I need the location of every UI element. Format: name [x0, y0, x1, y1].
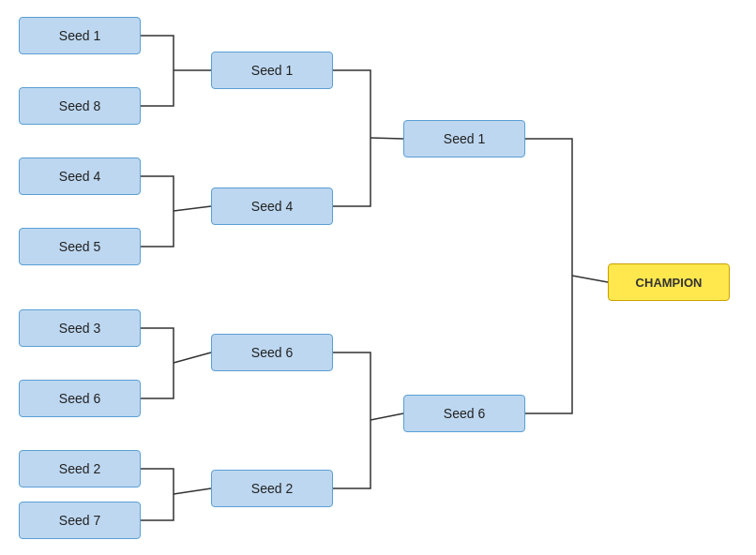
seed-r2-4[interactable]: Seed 2	[211, 470, 333, 507]
svg-line-6	[572, 276, 608, 282]
champion-box[interactable]: CHAMPION	[608, 263, 730, 301]
seed-r2-2[interactable]: Seed 4	[211, 188, 333, 225]
seed-r3-2[interactable]: Seed 6	[403, 395, 525, 432]
seed-r1-4[interactable]: Seed 5	[19, 228, 141, 265]
svg-line-3	[174, 488, 211, 494]
seed-r1-2[interactable]: Seed 8	[19, 87, 141, 125]
seed-r1-6[interactable]: Seed 6	[19, 380, 141, 417]
svg-line-4	[370, 138, 403, 139]
seed-r1-5[interactable]: Seed 3	[19, 309, 141, 347]
svg-line-2	[174, 352, 211, 363]
seed-r3-1[interactable]: Seed 1	[403, 120, 525, 158]
seed-r1-8[interactable]: Seed 7	[19, 502, 141, 539]
bracket-container: Seed 1 Seed 8 Seed 4 Seed 5 Seed 3 Seed …	[0, 0, 756, 555]
svg-line-1	[174, 206, 211, 211]
svg-line-5	[370, 413, 403, 420]
seed-r1-3[interactable]: Seed 4	[19, 158, 141, 195]
seed-r2-3[interactable]: Seed 6	[211, 334, 333, 371]
seed-r2-1[interactable]: Seed 1	[211, 52, 333, 89]
seed-r1-1[interactable]: Seed 1	[19, 17, 141, 54]
seed-r1-7[interactable]: Seed 2	[19, 450, 141, 488]
